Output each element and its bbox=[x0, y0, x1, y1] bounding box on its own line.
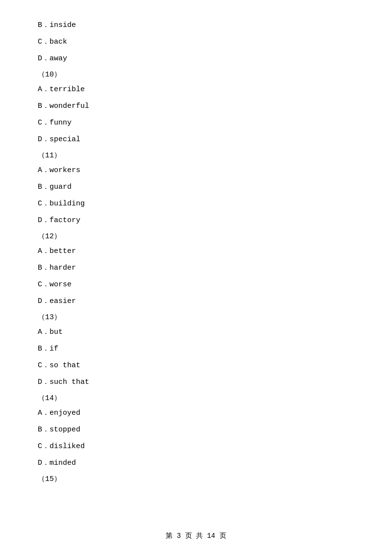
item-b-harder: B．harder bbox=[38, 262, 354, 274]
item-a-workers: A．workers bbox=[38, 165, 354, 177]
section-13-label: （13） bbox=[38, 312, 354, 322]
item-b-inside: B．inside bbox=[38, 20, 354, 31]
item-d-minded: D．minded bbox=[38, 457, 354, 469]
item-b-wonderful: B．wonderful bbox=[38, 101, 354, 112]
section-15-label: （15） bbox=[38, 474, 354, 483]
item-c-so-that: C．so that bbox=[38, 360, 354, 372]
section-11-label: （11） bbox=[38, 151, 354, 160]
section-14-label: （14） bbox=[38, 393, 354, 403]
item-d-away: D．away bbox=[38, 53, 354, 65]
item-c-worse: C．worse bbox=[38, 279, 354, 291]
item-d-such-that: D．such that bbox=[38, 377, 354, 388]
item-d-factory: D．factory bbox=[38, 215, 354, 227]
item-c-building: C．building bbox=[38, 198, 354, 210]
item-a-enjoyed: A．enjoyed bbox=[38, 407, 354, 419]
item-a-terrible: A．terrible bbox=[38, 84, 354, 96]
item-a-better: A．better bbox=[38, 246, 354, 257]
item-b-stopped: B．stopped bbox=[38, 424, 354, 436]
section-10-label: （10） bbox=[38, 70, 354, 79]
page-footer: 第 3 页 共 14 页 bbox=[0, 531, 392, 540]
item-c-disliked: C．disliked bbox=[38, 441, 354, 453]
item-c-back: C．back bbox=[38, 36, 354, 48]
item-a-but: A．but bbox=[38, 327, 354, 338]
item-b-guard: B．guard bbox=[38, 181, 354, 193]
item-d-easier: D．easier bbox=[38, 296, 354, 307]
item-d-special: D．special bbox=[38, 134, 354, 146]
item-b-if: B．if bbox=[38, 343, 354, 355]
main-content: B．inside C．back D．away （10） A．terrible B… bbox=[0, 0, 392, 518]
item-c-funny: C．funny bbox=[38, 117, 354, 129]
section-12-label: （12） bbox=[38, 231, 354, 241]
